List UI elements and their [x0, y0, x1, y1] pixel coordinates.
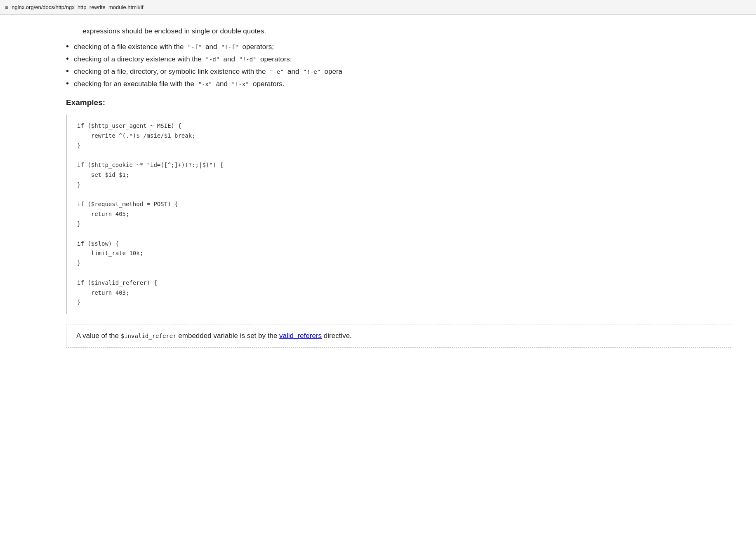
list-item: • checking for an executable file with t…: [66, 79, 731, 88]
code-e: "-e": [270, 68, 284, 75]
list-item: • checking of a directory existence with…: [66, 54, 731, 63]
code-ne: "!-e": [303, 68, 320, 75]
examples-heading: Examples:: [66, 98, 731, 107]
list-item: • checking of a file existence with the …: [66, 42, 731, 51]
code-nx: "!-x": [231, 81, 249, 87]
code-nd: "!-d": [239, 56, 256, 63]
url-bar[interactable]: nginx.org/en/docs/http/ngx_http_rewrite_…: [12, 4, 143, 10]
bullet-text-2: checking of a directory existence with t…: [74, 55, 731, 63]
intro-text: expressions should be enclosed in single…: [66, 27, 731, 35]
bullet-dot: •: [66, 67, 69, 75]
bullet-text-3: checking of a file, directory, or symbol…: [74, 68, 731, 76]
note-text-before: A value of the: [76, 332, 121, 340]
bullet-list: • checking of a file existence with the …: [66, 42, 731, 88]
code-nf: "!-f": [221, 44, 238, 50]
bullet-dot: •: [66, 79, 69, 87]
note-box: A value of the $invalid_referer embedded…: [66, 324, 731, 348]
code-d: "-d": [205, 56, 219, 63]
bullet-dot: •: [66, 54, 69, 63]
valid-referers-link[interactable]: valid_referers: [279, 332, 322, 340]
bullet-text-1: checking of a file existence with the "-…: [74, 43, 731, 51]
code-x: "-x": [198, 81, 212, 87]
browser-bar: ≡ nginx.org/en/docs/http/ngx_http_rewrit…: [0, 0, 756, 15]
bullet-dot: •: [66, 42, 69, 50]
note-text-end: directive.: [322, 332, 352, 340]
note-code: $invalid_referer: [121, 333, 177, 339]
browser-menu-icon: ≡: [5, 4, 8, 11]
code-block: if ($http_user_agent ~ MSIE) { rewrite ^…: [66, 115, 731, 314]
bullet-text-4: checking for an executable file with the…: [74, 80, 731, 88]
note-text-after: embedded variable is set by the: [177, 332, 279, 340]
content-area: expressions should be enclosed in single…: [0, 15, 756, 364]
code-f: "-f": [188, 44, 202, 50]
list-item: • checking of a file, directory, or symb…: [66, 67, 731, 76]
